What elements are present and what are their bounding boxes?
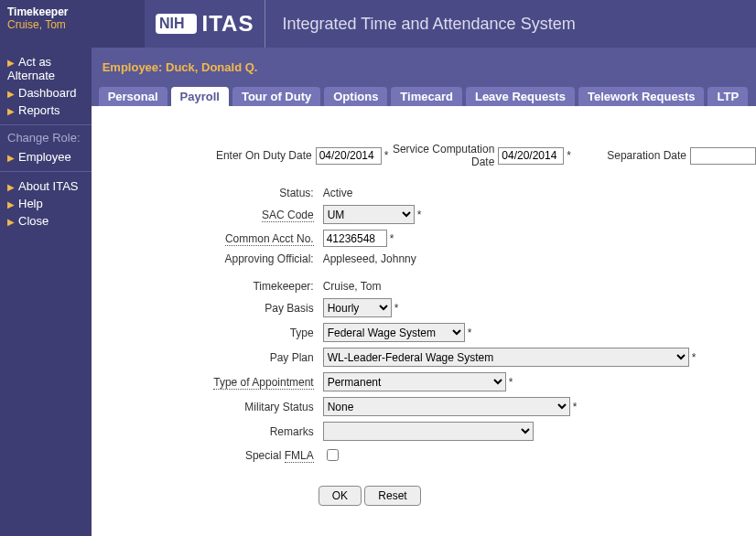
sac-label: SAC Code	[262, 209, 314, 222]
nih-badge: NIH	[156, 14, 197, 34]
bullet-icon: ▶	[7, 106, 15, 116]
tab-bar: Personal Payroll Tour of Duty Options Ti…	[92, 83, 756, 106]
pay-basis-select[interactable]: Hourly	[323, 298, 392, 317]
bullet-icon: ▶	[7, 217, 15, 227]
tab-options[interactable]: Options	[324, 87, 387, 106]
status-label: Status:	[93, 185, 318, 201]
status-value: Active	[319, 185, 754, 201]
sidebar: ▶Act as Alternate ▶Dashboard ▶Reports Ch…	[0, 48, 92, 536]
tab-ltp[interactable]: LTP	[707, 87, 748, 106]
pay-plan-select[interactable]: WL-Leader-Federal Wage System	[323, 348, 689, 367]
content-area: Employee: Duck, Donald Q. Personal Payro…	[92, 48, 756, 536]
enter-on-duty-input[interactable]	[316, 147, 382, 165]
reset-button[interactable]: Reset	[364, 486, 420, 506]
sidebar-item-help[interactable]: ▶Help	[7, 195, 84, 212]
svc-comp-input[interactable]	[498, 147, 564, 165]
sidebar-item-reports[interactable]: ▶Reports	[7, 102, 84, 119]
bullet-icon: ▶	[7, 199, 15, 209]
remarks-select[interactable]	[323, 422, 534, 441]
chevron-right-icon	[187, 16, 193, 31]
approving-official-value: Appleseed, Johnny	[319, 251, 754, 267]
user-name: Cruise, Tom	[7, 18, 137, 31]
payroll-form: Enter On Duty Date * Service Computation…	[92, 106, 756, 506]
type-select[interactable]: Federal Wage System	[323, 323, 465, 342]
timekeeper-block: Timekeeper Cruise, Tom	[0, 0, 145, 48]
bullet-icon: ▶	[7, 89, 15, 99]
app-header: Timekeeper Cruise, Tom NIH ITAS Integrat…	[0, 0, 756, 48]
tab-personal[interactable]: Personal	[99, 87, 167, 106]
timekeeper-value: Cruise, Tom	[319, 278, 754, 295]
sep-date-input[interactable]	[690, 147, 756, 165]
itas-text: ITAS	[202, 11, 254, 37]
pay-plan-label: Pay Plan	[93, 346, 318, 369]
tagline: Integrated Time and Attendance System	[282, 15, 575, 34]
date-row: Enter On Duty Date * Service Computation…	[92, 143, 756, 168]
military-select[interactable]: None	[323, 397, 570, 416]
bullet-icon: ▶	[7, 153, 15, 163]
pay-basis-label: Pay Basis	[93, 296, 318, 319]
ok-button[interactable]: OK	[319, 486, 362, 506]
button-row: OK Reset	[92, 467, 756, 506]
role-title: Timekeeper	[7, 5, 137, 18]
common-acct-label: Common Acct No.	[225, 232, 314, 246]
logo: NIH ITAS	[145, 0, 265, 48]
svc-comp-label: Service Computation Date	[388, 143, 498, 168]
sidebar-group-misc: ▶About ITAS ▶Help ▶Close	[0, 172, 92, 235]
bullet-icon: ▶	[7, 182, 15, 192]
enter-on-duty-label: Enter On Duty Date	[92, 149, 316, 162]
sidebar-group-actions: ▶Act as Alternate ▶Dashboard ▶Reports	[0, 48, 92, 125]
sac-code-select[interactable]: UM	[323, 205, 415, 224]
approving-official-label: Approving Official:	[93, 251, 318, 267]
type-appt-select[interactable]: Permanent	[323, 372, 506, 391]
sidebar-item-close[interactable]: ▶Close	[7, 212, 84, 230]
bullet-icon: ▶	[7, 58, 15, 68]
type-appt-label: Type of Appointment	[213, 376, 313, 390]
tab-payroll[interactable]: Payroll	[171, 87, 229, 106]
form-table: Status: Active SAC Code UM* Common Acct …	[92, 183, 756, 467]
special-fmla-label: FMLA	[285, 449, 314, 463]
sidebar-item-employee[interactable]: ▶Employee	[7, 148, 84, 166]
special-fmla-checkbox[interactable]	[327, 449, 339, 461]
employee-line: Employee: Duck, Donald Q.	[92, 48, 756, 83]
type-label: Type	[93, 321, 318, 344]
sidebar-item-act-as-alternate[interactable]: ▶Act as Alternate	[7, 53, 84, 84]
nih-text: NIH	[159, 16, 185, 32]
common-acct-input[interactable]	[323, 230, 387, 247]
timekeeper-label: Timekeeper:	[93, 278, 318, 295]
sidebar-item-dashboard[interactable]: ▶Dashboard	[7, 84, 84, 102]
tab-leave-requests[interactable]: Leave Requests	[466, 87, 575, 106]
remarks-label: Remarks	[93, 420, 318, 443]
military-label: Military Status	[93, 395, 318, 418]
tab-tour-of-duty[interactable]: Tour of Duty	[232, 87, 320, 106]
sidebar-item-about[interactable]: ▶About ITAS	[7, 177, 84, 195]
sidebar-group-change-role: Change Role: ▶Employee	[0, 125, 92, 172]
sep-date-label: Separation Date	[571, 149, 690, 162]
change-role-heading: Change Role:	[7, 131, 84, 145]
tab-telework-requests[interactable]: Telework Requests	[578, 87, 705, 106]
tab-timecard[interactable]: Timecard	[391, 87, 462, 106]
